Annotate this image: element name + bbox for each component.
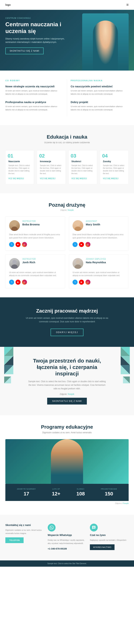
programs-title: Programy edukacyjne xyxy=(5,424,129,430)
hero-section: CENTRUM COACHINGU Centrum nauczania i uc… xyxy=(0,10,134,70)
feature3-title: Co nauczyciele powinni wiedzieć xyxy=(71,85,129,88)
svg-point-5 xyxy=(11,264,18,269)
edu-card: 01 Nauczanie Sample text. Click to selec… xyxy=(5,150,34,184)
team-description: Diae amet tincid libero molestie amet id… xyxy=(9,233,62,239)
edu-card-link[interactable]: VCZ SIĘ WIĘCEJ xyxy=(72,178,87,180)
team-section: Poznaj drużynę Zdjęcie: freepik Instruct… xyxy=(0,193,134,297)
header: logo ≡ xyxy=(0,0,134,10)
youtube-icon[interactable]: ▶ xyxy=(16,280,20,285)
svg-point-4 xyxy=(12,260,16,264)
edu-card-link[interactable]: VCZ SIĘ WIĘCEJ xyxy=(40,178,56,180)
feature3-text: Ut enim ad minim veniam, quis nostrud ex… xyxy=(71,89,129,96)
contact-phone: +1-346-678-09189 xyxy=(48,548,86,550)
stat-label: LATA XP xyxy=(52,488,60,490)
edu-card-link[interactable]: VCZ SIĘ WIĘCEJ xyxy=(103,178,118,180)
svg-point-3 xyxy=(75,227,81,231)
contact-col-3: Czat na żywo Najlepszy sposób na kontakt… xyxy=(90,524,129,552)
edu-card-link[interactable]: VCZ SIĘ WIĘCEJ xyxy=(8,178,24,180)
team-title: Poznaj drużynę xyxy=(5,202,129,208)
team-member-name: Jonh Rich xyxy=(22,261,36,264)
youtube-icon[interactable]: ▶ xyxy=(79,280,84,285)
twitter-icon[interactable]: 𝕏 xyxy=(72,280,78,285)
discover-button[interactable]: ODKRYJ WIĘCEJ xyxy=(50,328,83,336)
profesjonalna-col: PROFESJONALNA NAUKA Co nauczyciele powin… xyxy=(67,80,129,116)
hero-cta-button[interactable]: SKONTAKTUJ SIĘ Z NAMI xyxy=(5,48,44,54)
programs-credit: Zdjęcie z Freepik xyxy=(5,501,129,506)
hero-content: CENTRUM COACHINGU Centrum nauczania i uc… xyxy=(5,17,70,54)
team-member-name: Mary Smith xyxy=(86,223,100,226)
work-text: Ut enim ad minim veniam, quis nostrud ex… xyxy=(22,316,112,324)
feature2-text: Ut enim ad minim veniam, quis nostrud ex… xyxy=(5,105,64,111)
instagram-icon[interactable]: ◎ xyxy=(86,242,90,247)
education-section: Edukacja i nauka Uczenie się to coś, co … xyxy=(0,125,134,193)
instagram-icon[interactable]: ◎ xyxy=(22,242,27,247)
team-avatar xyxy=(9,220,20,231)
hamburger-menu[interactable]: ≡ xyxy=(126,2,129,7)
hero-tag: CENTRUM COACHINGU xyxy=(5,17,70,19)
programs-person xyxy=(51,439,83,484)
svg-point-2 xyxy=(76,222,80,226)
team-socials: 𝕏 ▶ ◎ xyxy=(72,280,125,285)
programs-section: Programy edukacyjne Dignissim sodales ut… xyxy=(0,415,134,515)
twitter-icon[interactable]: 𝕏 xyxy=(72,242,78,247)
team-socials: 𝕏 ▶ ◎ xyxy=(9,242,62,247)
contact-form-button[interactable]: TELEFON xyxy=(5,538,24,543)
team-avatar xyxy=(9,258,20,269)
team-description: Ut enim ad minim veniam, quis nostrud ex… xyxy=(72,271,125,277)
stat-item: PROJEKTOWANIE 150 xyxy=(101,488,117,497)
youtube-icon[interactable]: ▶ xyxy=(79,242,84,247)
instagram-icon[interactable]: ◎ xyxy=(86,280,90,285)
team-photo-link[interactable]: freepik xyxy=(68,209,74,211)
space-credit-link[interactable]: freepik xyxy=(68,393,74,396)
stats-bar: ZDOBYTE NAGRODY 17 LATA XP 12+ KLIENCI 1… xyxy=(5,484,129,501)
feature2-title: Profesjonalna nauka w praktyce xyxy=(5,100,64,104)
space-section: Twoja przestrzeń do nauki, łączenia się,… xyxy=(0,347,134,416)
feature4-title: Dobry projekt xyxy=(71,100,129,104)
space-contact-button[interactable]: SKONTAKTUJ SIĘ Z NAMI xyxy=(47,398,87,404)
contact-section: Skontaktuj się z nami Dignissim sodales … xyxy=(0,515,134,560)
stat-item: ZDOBYTE NAGRODY 17 xyxy=(17,488,36,497)
team-description: Diae amet tincid libero molestie amet id… xyxy=(72,233,125,239)
stat-value: 12+ xyxy=(52,491,60,497)
team-photo-credit: Zdjęcie: freepik xyxy=(5,209,129,211)
stat-value: 150 xyxy=(101,491,117,497)
instagram-icon[interactable]: ◎ xyxy=(22,280,27,285)
stat-label: PROJEKTOWANIE xyxy=(101,488,117,490)
team-card: Johnny Employee Nata Reynoldsa Ut enim a… xyxy=(69,254,129,288)
programs-image xyxy=(5,439,129,484)
live-chat-button[interactable]: WYKRES NA ŻYWO xyxy=(90,544,114,550)
chat-icon-circle xyxy=(90,524,98,532)
co-robimy-label: CO ROBIMY xyxy=(5,80,64,82)
programs-credit-link[interactable]: Freepik xyxy=(123,502,129,504)
edu-card: 03 Studenci Sample text. Click to select… xyxy=(68,150,97,184)
team-avatar xyxy=(72,220,83,231)
feature-block-2: Profesjonalna nauka w praktyce Ut enim a… xyxy=(5,100,64,111)
twitter-icon[interactable]: 𝕏 xyxy=(9,280,14,285)
edu-card: 02 Innowacje Sample text. Click to selec… xyxy=(37,150,66,184)
feature-block-4: Dobry projekt Ut enim ad minim veniam, q… xyxy=(71,100,129,111)
team-card: Instructor Boba Browna Diae amet tincid … xyxy=(5,216,65,250)
twitter-icon[interactable]: 𝕏 xyxy=(9,242,14,247)
stat-label: KLIENCI xyxy=(76,488,85,490)
team-card: Instructor Jonh Rich Ut enim ad minim ve… xyxy=(5,254,65,288)
svg-point-1 xyxy=(11,227,18,231)
contact-col1-title: Skontaktuj się z nami xyxy=(5,524,44,526)
edu-cards: 01 Nauczanie Sample text. Click to selec… xyxy=(5,150,129,184)
team-member-name: Nata Reynoldsa xyxy=(86,261,106,264)
youtube-icon[interactable]: ▶ xyxy=(16,242,20,247)
feature1-title: Nowe strategie uczenia się nauczycieli xyxy=(5,85,64,88)
co-robimy-col: CO ROBIMY Nowe strategie uczenia się nau… xyxy=(5,80,67,116)
feature-block-3: Co nauczyciele powinni wiedzieć Ut enim … xyxy=(71,85,129,96)
contact-grid: Skontaktuj się z nami Dignissim sodales … xyxy=(5,524,129,552)
contact-col-1: Skontaktuj się z nami Dignissim sodales … xyxy=(5,524,44,552)
stat-item: LATA XP 12+ xyxy=(52,488,60,497)
team-role: Instructor xyxy=(22,258,36,260)
team-socials: 𝕏 ▶ ◎ xyxy=(9,280,62,285)
stat-item: KLIENCI 108 xyxy=(76,488,85,497)
space-credit: Zdjęcie: freepik xyxy=(27,392,107,396)
svg-point-7 xyxy=(75,264,81,269)
hero-image xyxy=(77,10,134,70)
space-title: Twoja przestrzeń do nauki, łączenia się,… xyxy=(27,358,107,377)
contact-col3-text: Najlepszy sposób na kontakt z Ekspertem xyxy=(90,539,129,542)
contact-col3-title: Czat na żywo xyxy=(90,534,129,536)
